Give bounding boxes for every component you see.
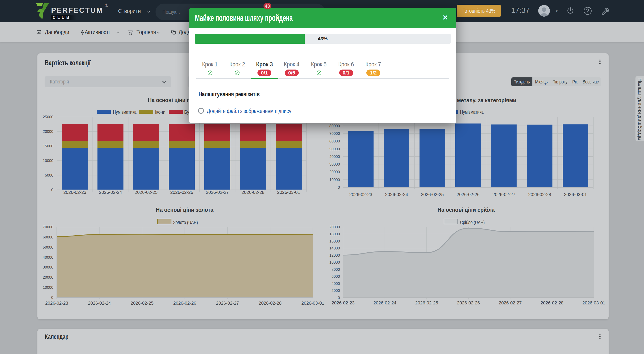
svg-text:2026-02-23: 2026-02-23 <box>45 301 68 305</box>
svg-text:30000: 30000 <box>330 162 340 166</box>
svg-text:2026-02-25: 2026-02-25 <box>135 190 158 195</box>
svg-text:2026-02-24: 2026-02-24 <box>373 300 396 305</box>
svg-text:10000: 10000 <box>330 260 340 264</box>
svg-text:На основі ціни срібла: На основі ціни срібла <box>438 206 495 213</box>
svg-text:2026-03-01: 2026-03-01 <box>564 192 587 197</box>
svg-text:2026-02-27: 2026-02-27 <box>216 301 239 305</box>
svg-text:2026-03-01: 2026-03-01 <box>582 300 605 305</box>
svg-text:70000: 70000 <box>43 225 53 229</box>
svg-text:2026-02-26: 2026-02-26 <box>170 190 193 195</box>
svg-text:8000: 8000 <box>332 267 340 272</box>
svg-text:2026-03-01: 2026-03-01 <box>302 301 324 305</box>
svg-text:2026-02-25: 2026-02-25 <box>131 301 154 305</box>
svg-text:10000: 10000 <box>43 285 53 290</box>
svg-text:Срібло (UAH): Срібло (UAH) <box>460 220 485 225</box>
svg-text:Золото (UAH): Золото (UAH) <box>173 220 198 225</box>
svg-text:2026-02-24: 2026-02-24 <box>99 190 122 195</box>
svg-text:2026-02-28: 2026-02-28 <box>528 192 551 197</box>
svg-text:10000: 10000 <box>43 159 53 163</box>
svg-text:Нумізматика: Нумізматика <box>113 109 137 115</box>
svg-text:6000: 6000 <box>332 274 340 279</box>
svg-text:40000: 40000 <box>43 255 53 260</box>
svg-text:4000: 4000 <box>332 282 340 286</box>
svg-text:2026-02-24: 2026-02-24 <box>385 192 408 197</box>
svg-text:0: 0 <box>338 185 340 190</box>
svg-text:2026-02-26: 2026-02-26 <box>457 300 480 305</box>
svg-text:0: 0 <box>338 296 340 300</box>
svg-text:20000: 20000 <box>330 170 340 174</box>
svg-text:2000: 2000 <box>332 288 340 293</box>
svg-text:14000: 14000 <box>330 246 340 250</box>
svg-text:40000: 40000 <box>330 154 340 159</box>
svg-text:2026-02-27: 2026-02-27 <box>492 192 516 197</box>
svg-text:20000: 20000 <box>330 225 340 229</box>
svg-text:Нумізматика: Нумізматика <box>460 109 484 115</box>
svg-text:60000: 60000 <box>330 139 340 143</box>
svg-text:2026-03-01: 2026-03-01 <box>277 190 300 195</box>
svg-text:18000: 18000 <box>330 232 340 236</box>
svg-text:2026-02-23: 2026-02-23 <box>349 192 372 197</box>
svg-text:50000: 50000 <box>330 147 340 151</box>
svg-text:2026-02-26: 2026-02-26 <box>457 192 480 197</box>
svg-text:60000: 60000 <box>43 235 53 239</box>
svg-text:12000: 12000 <box>330 253 340 258</box>
svg-text:2026-02-25: 2026-02-25 <box>415 300 438 305</box>
svg-text:70000: 70000 <box>330 131 340 136</box>
svg-text:металу, за категоріями: металу, за категоріями <box>457 97 516 104</box>
svg-text:30000: 30000 <box>43 265 53 269</box>
svg-text:2026-02-26: 2026-02-26 <box>173 301 196 305</box>
svg-text:0: 0 <box>51 295 53 300</box>
svg-text:15000: 15000 <box>43 144 53 148</box>
svg-text:25000: 25000 <box>43 115 53 119</box>
svg-text:2026-02-28: 2026-02-28 <box>242 190 264 195</box>
svg-text:20000: 20000 <box>43 275 53 280</box>
svg-text:5000: 5000 <box>45 173 53 178</box>
svg-text:2026-02-28: 2026-02-28 <box>540 300 563 305</box>
svg-text:2026-02-23: 2026-02-23 <box>64 190 86 195</box>
svg-text:2026-02-27: 2026-02-27 <box>499 300 522 305</box>
svg-text:16000: 16000 <box>330 239 340 243</box>
svg-text:На основі ціни золота: На основі ціни золота <box>156 206 214 213</box>
svg-text:Ікони: Ікони <box>155 109 165 115</box>
svg-text:0: 0 <box>51 188 53 192</box>
svg-text:80000: 80000 <box>330 124 340 128</box>
svg-text:2026-02-28: 2026-02-28 <box>258 301 282 305</box>
svg-text:10000: 10000 <box>330 178 340 182</box>
svg-text:20000: 20000 <box>43 129 53 134</box>
svg-text:2026-02-23: 2026-02-23 <box>332 300 354 305</box>
svg-text:2026-02-24: 2026-02-24 <box>88 301 111 305</box>
svg-text:50000: 50000 <box>43 245 53 249</box>
svg-text:2026-02-25: 2026-02-25 <box>421 192 444 197</box>
svg-text:2026-02-27: 2026-02-27 <box>206 190 229 195</box>
